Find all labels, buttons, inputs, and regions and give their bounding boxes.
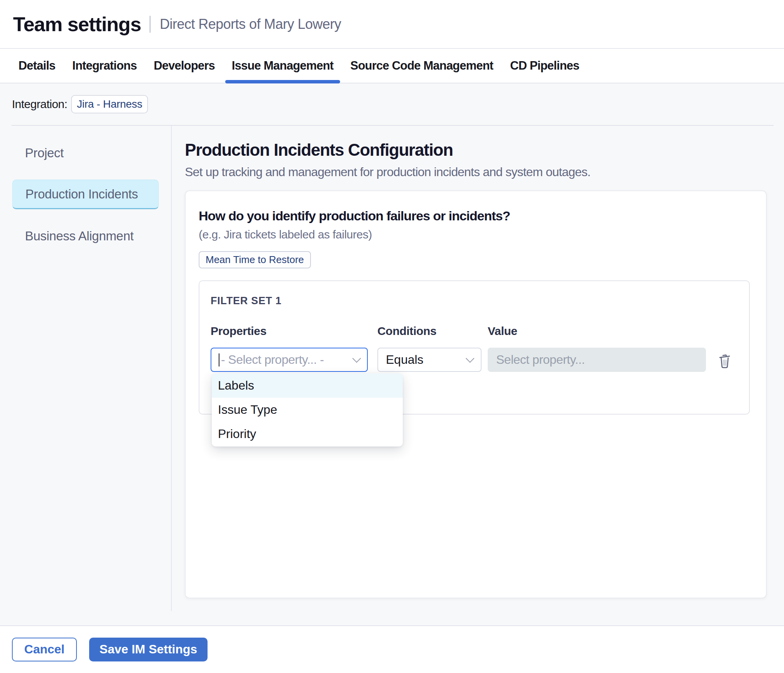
sidebar-divider bbox=[171, 126, 172, 611]
question-heading: How do you identify production failures … bbox=[199, 208, 766, 223]
tab-cd-pipelines[interactable]: CD Pipelines bbox=[503, 49, 586, 83]
dropdown-option-issue-type[interactable]: Issue Type bbox=[212, 398, 403, 422]
page-title: Team settings bbox=[13, 13, 141, 36]
tab-bar: Details Integrations Developers Issue Ma… bbox=[0, 49, 784, 83]
dropdown-option-priority[interactable]: Priority bbox=[212, 422, 403, 446]
incidents-config-card: How do you identify production failures … bbox=[185, 190, 767, 598]
main-panel: Production Incidents Configuration Set u… bbox=[171, 126, 784, 625]
column-conditions: Conditions bbox=[377, 325, 488, 338]
question-hint: (e.g. Jira tickets labeled as failures) bbox=[199, 228, 766, 241]
tab-issue-management[interactable]: Issue Management bbox=[225, 49, 340, 83]
sidebar-item-production-incidents[interactable]: Production Incidents bbox=[12, 180, 159, 209]
filter-set-box: FILTER SET 1 Properties Conditions Value… bbox=[199, 280, 750, 415]
property-select[interactable]: - Select property... - bbox=[211, 348, 368, 372]
dropdown-option-labels[interactable]: Labels bbox=[212, 373, 403, 398]
chevron-down-icon bbox=[466, 354, 475, 363]
condition-select[interactable]: Equals bbox=[377, 348, 482, 372]
page-subtitle: Direct Reports of Mary Lowery bbox=[160, 16, 341, 32]
tab-integrations[interactable]: Integrations bbox=[66, 49, 143, 83]
delete-filter-icon[interactable] bbox=[716, 351, 733, 369]
column-properties: Properties bbox=[211, 325, 377, 338]
value-input[interactable]: Select property... bbox=[488, 348, 706, 372]
save-im-settings-button[interactable]: Save IM Settings bbox=[89, 638, 208, 661]
integration-label: Integration: bbox=[12, 98, 67, 111]
integration-chip[interactable]: Jira - Harness bbox=[71, 95, 148, 113]
value-placeholder: Select property... bbox=[496, 353, 585, 367]
property-placeholder: - Select property... - bbox=[221, 353, 354, 367]
settings-sidebar: Project Production Incidents Business Al… bbox=[0, 126, 171, 625]
tab-source-code-management[interactable]: Source Code Management bbox=[344, 49, 500, 83]
tab-details[interactable]: Details bbox=[12, 49, 62, 83]
filter-set-title: FILTER SET 1 bbox=[211, 295, 749, 307]
footer-bar: Cancel Save IM Settings bbox=[0, 625, 784, 673]
sidebar-item-business-alignment[interactable]: Business Alignment bbox=[12, 221, 159, 251]
cancel-button[interactable]: Cancel bbox=[12, 638, 77, 661]
chevron-down-icon bbox=[352, 354, 361, 363]
property-dropdown-menu: Labels Issue Type Priority bbox=[212, 373, 403, 446]
condition-value: Equals bbox=[386, 353, 467, 367]
page-body: Integration: Jira - Harness Project Prod… bbox=[0, 83, 784, 625]
integration-row: Integration: Jira - Harness bbox=[0, 83, 784, 125]
page-header: Team settings Direct Reports of Mary Low… bbox=[0, 0, 784, 49]
sidebar-item-project[interactable]: Project bbox=[12, 138, 159, 168]
column-value: Value bbox=[488, 325, 517, 338]
title-separator bbox=[149, 16, 151, 33]
filter-columns: Properties Conditions Value bbox=[211, 325, 749, 338]
section-title: Production Incidents Configuration bbox=[185, 140, 784, 160]
tab-developers[interactable]: Developers bbox=[147, 49, 221, 83]
text-caret bbox=[219, 353, 219, 366]
section-subtitle: Set up tracking and management for produ… bbox=[185, 165, 784, 179]
mean-time-to-restore-chip[interactable]: Mean Time to Restore bbox=[199, 251, 311, 268]
